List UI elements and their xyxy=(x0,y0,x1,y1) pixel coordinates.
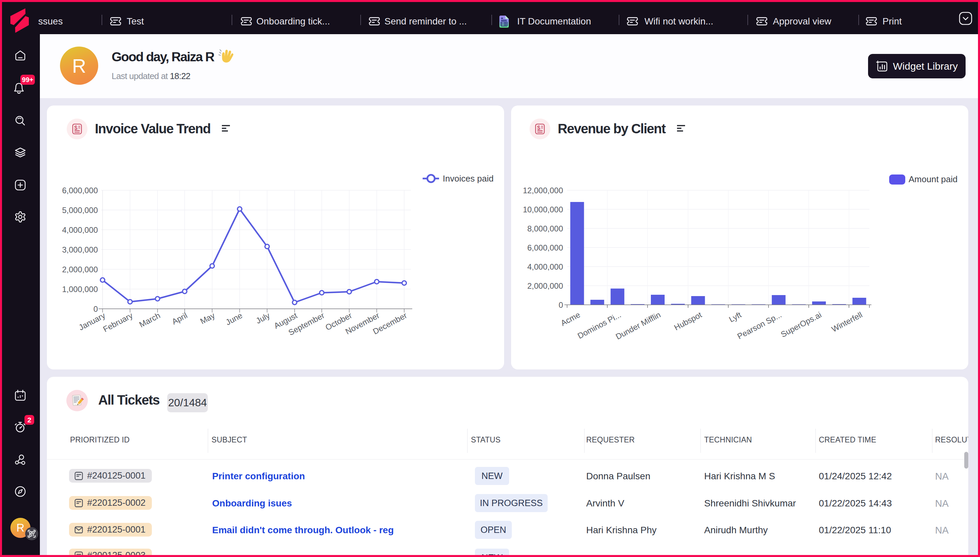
svg-text:March: March xyxy=(138,311,162,329)
svg-text:12,000,000: 12,000,000 xyxy=(523,186,563,195)
svg-text:SuperOps.ai: SuperOps.ai xyxy=(779,310,823,339)
svg-text:May: May xyxy=(199,311,217,326)
svg-text:6,000,000: 6,000,000 xyxy=(527,243,563,252)
svg-text:Lyft: Lyft xyxy=(727,310,743,324)
svg-text:10,000,000: 10,000,000 xyxy=(523,205,563,214)
svg-text:Dunder Mifflin: Dunder Mifflin xyxy=(614,310,662,341)
svg-text:April: April xyxy=(170,311,189,326)
svg-text:July: July xyxy=(255,311,271,326)
svg-text:6,000,000: 6,000,000 xyxy=(62,186,98,195)
svg-text:2,000,000: 2,000,000 xyxy=(62,265,98,274)
svg-text:0: 0 xyxy=(93,305,98,313)
svg-text:June: June xyxy=(224,311,244,327)
svg-text:3,000,000: 3,000,000 xyxy=(62,245,98,254)
svg-text:$: $ xyxy=(537,125,541,131)
svg-text:5,000,000: 5,000,000 xyxy=(62,206,98,215)
svg-text:4,000,000: 4,000,000 xyxy=(527,262,563,271)
svg-text:Invoices paid: Invoices paid xyxy=(443,174,494,184)
svg-text:8,000,000: 8,000,000 xyxy=(527,224,563,233)
svg-text:Hubspot: Hubspot xyxy=(673,310,704,332)
svg-text:Pearson Sp...: Pearson Sp... xyxy=(736,310,783,341)
svg-text:Amount paid: Amount paid xyxy=(909,174,957,184)
svg-text:February: February xyxy=(101,311,134,334)
svg-text:0: 0 xyxy=(559,300,563,309)
svg-text:January: January xyxy=(77,311,106,332)
svg-text:Winterfell: Winterfell xyxy=(830,310,864,334)
svg-text:1,000,000: 1,000,000 xyxy=(62,285,98,294)
svg-text:2,000,000: 2,000,000 xyxy=(527,281,563,290)
svg-text:$: $ xyxy=(74,125,78,131)
svg-text:4,000,000: 4,000,000 xyxy=(62,225,98,235)
svg-text:Acme: Acme xyxy=(559,310,581,328)
